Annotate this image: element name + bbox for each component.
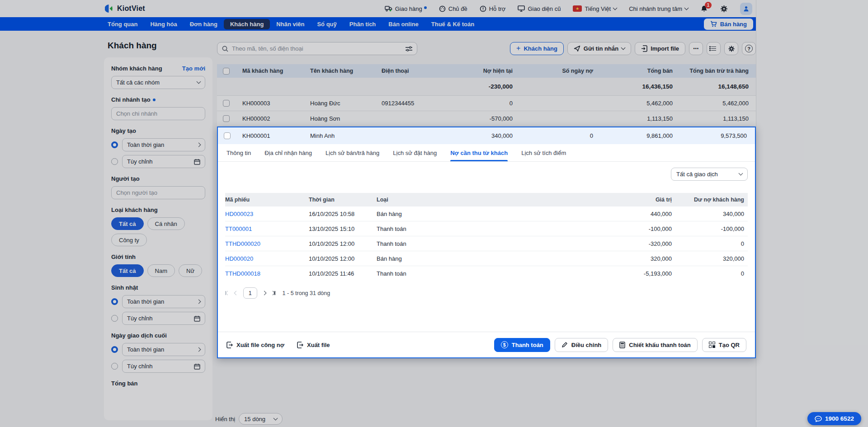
type-pill-company[interactable]: Công ty [111,234,147,246]
summary-net-sales: 16,148,650 [680,83,756,90]
row-checkbox[interactable] [224,132,231,139]
sell-button[interactable]: Bán hàng [704,19,753,30]
create-qr-button[interactable]: Tạo QR [702,338,746,352]
search-input[interactable] [232,45,402,52]
support-hotline-button[interactable]: 1900 6522 [807,412,861,425]
export-file-link[interactable]: Xuất file [297,342,330,348]
created-date-alltime-select[interactable]: Toàn thời gian [122,138,205,151]
last-transaction-custom-radio[interactable] [111,363,118,370]
next-page-button[interactable] [263,291,266,295]
help-button[interactable]: ? [742,42,756,55]
settings-button[interactable] [720,5,728,13]
create-group-link[interactable]: Tạo mới [182,65,205,72]
gender-pill-all[interactable]: Tất cả [111,264,144,277]
creator-input[interactable] [116,189,200,196]
nav-tab-so-quy[interactable]: Sổ quỹ [311,19,343,29]
row-checkbox[interactable] [223,115,230,122]
branch-created-input[interactable] [116,110,200,117]
birthday-alltime-select[interactable]: Toàn thời gian [122,295,205,308]
document-link[interactable]: TTHD000018 [225,270,309,277]
prev-page-button[interactable] [235,291,238,295]
row-checkbox[interactable] [223,100,230,107]
gender-pill-male[interactable]: Nam [147,264,175,277]
col-no-hien-tai[interactable]: Nợ hiện tại [448,68,520,74]
filter-sliders-icon[interactable] [406,46,412,52]
birthday-alltime-radio[interactable] [111,298,118,305]
send-message-button[interactable]: Gửi tin nhắn [567,42,631,55]
language-selector[interactable]: ★ Tiếng Việt [573,5,617,12]
nav-tab-thue-ke-toan[interactable]: Thuế & Kế toán [425,19,481,29]
birthday-custom-select[interactable]: Tùy chỉnh [122,312,205,325]
chevron-down-icon [274,416,278,420]
more-actions-button[interactable]: ⋯ [689,42,703,55]
export-debt-link[interactable]: Xuất file công nợ [226,342,284,348]
table-row[interactable]: KH000002 Hoàng Sơn -570,000 1,113,150 1,… [217,111,756,127]
col-ma-khach-hang[interactable]: Mã khách hàng [235,68,303,74]
last-page-button[interactable] [271,291,275,295]
brand-logo[interactable]: KiotViet [105,4,145,13]
gender-pill-female[interactable]: Nữ [179,264,202,277]
select-all-checkbox[interactable] [223,68,230,75]
adjust-button[interactable]: Điều chỉnh [555,338,608,352]
nav-tab-ban-online[interactable]: Bán online [382,19,425,29]
document-link[interactable]: HD000023 [225,211,309,217]
detail-pagination: 1 1 - 5 trong 31 dòng [225,287,748,299]
customer-group-select[interactable]: Tất cả các nhóm [111,76,205,89]
created-date-custom-radio[interactable] [111,158,118,165]
transaction-filter-select[interactable]: Tất cả giao dịch [671,168,748,181]
branch-created-input-wrap [111,107,205,120]
type-pill-all[interactable]: Tất cả [111,217,144,230]
tab-lich-su-dat-hang[interactable]: Lịch sử đặt hàng [393,144,437,161]
col-tong-ban[interactable]: Tổng bán [600,68,680,74]
col-ten-khach-hang[interactable]: Tên khách hàng [303,68,374,74]
document-link[interactable]: HD000020 [225,255,309,262]
document-link[interactable]: TT000001 [225,225,309,232]
nav-tab-don-hang[interactable]: Đơn hàng [184,19,224,29]
notifications-button[interactable]: 1 [700,5,708,13]
nav-tab-nhan-vien[interactable]: Nhân viên [270,19,311,29]
first-page-button[interactable] [225,291,229,295]
user-avatar[interactable] [740,3,752,15]
document-link[interactable]: TTHD000020 [225,240,309,247]
created-date-custom-select[interactable]: Tùy chỉnh [122,155,205,168]
current-page[interactable]: 1 [243,287,257,299]
nav-tab-tong-quan[interactable]: Tổng quan [101,19,144,29]
tab-thong-tin[interactable]: Thông tin [226,144,251,161]
last-transaction-alltime-select[interactable]: Toàn thời gian [122,343,205,356]
top-item-theme[interactable]: Chủ đề [439,5,467,12]
birthday-label: Sinh nhật [111,284,205,291]
tab-dia-chi-nhan-hang[interactable]: Địa chỉ nhận hàng [264,144,312,161]
person-icon [743,5,750,12]
type-pill-personal[interactable]: Cá nhân [147,217,185,230]
col-so-ngay-no[interactable]: Số ngày nợ [520,68,600,74]
dollar-circle-icon: $ [501,341,508,348]
top-item-delivery[interactable]: Giao hàng [385,5,427,12]
tab-no-can-thu[interactable]: Nợ cần thu từ khách [450,144,508,161]
nav-tab-phan-tich[interactable]: Phân tích [343,19,382,29]
required-dot [153,99,156,101]
customer-type-label: Loại khách hàng [111,206,205,213]
last-transaction-alltime-radio[interactable] [111,346,118,353]
col-dien-thoai[interactable]: Điện thoại [374,68,448,74]
tab-lich-su-tich-diem[interactable]: Lịch sử tích điểm [521,144,566,161]
gear-icon [720,5,728,13]
expanded-customer-row[interactable]: KH000001 Minh Anh 340,000 0 9,861,000 9,… [218,127,755,144]
last-transaction-custom-select[interactable]: Tùy chỉnh [122,360,205,373]
top-item-support[interactable]: Hỗ trợ [480,5,506,12]
table-settings-button[interactable] [724,42,738,55]
nav-tab-khach-hang[interactable]: Khách hàng [224,19,270,29]
table-row[interactable]: KH000003 Hoàng Đức 0912344455 0 5,462,00… [217,96,756,111]
page-size-select[interactable]: 15 dòng [239,413,283,425]
payment-discount-button[interactable]: Chiết khấu thanh toán [613,338,698,352]
column-settings-button[interactable] [707,42,721,55]
branch-selector[interactable]: Chi nhánh trung tâm [629,5,688,12]
col-tong-ban-tru[interactable]: Tổng bán trừ trả hàng [680,68,756,74]
birthday-custom-radio[interactable] [111,315,118,322]
pay-button[interactable]: $ Thanh toán [494,338,550,352]
nav-tab-hang-hoa[interactable]: Hàng hóa [144,19,183,29]
created-date-alltime-radio[interactable] [111,141,118,148]
import-file-button[interactable]: Import file [635,42,685,55]
top-item-old-ui[interactable]: Giao diện cũ [518,5,561,12]
add-customer-button[interactable]: + Khách hàng [510,42,564,55]
tab-lich-su-ban-tra[interactable]: Lịch sử bán/trả hàng [326,144,379,161]
